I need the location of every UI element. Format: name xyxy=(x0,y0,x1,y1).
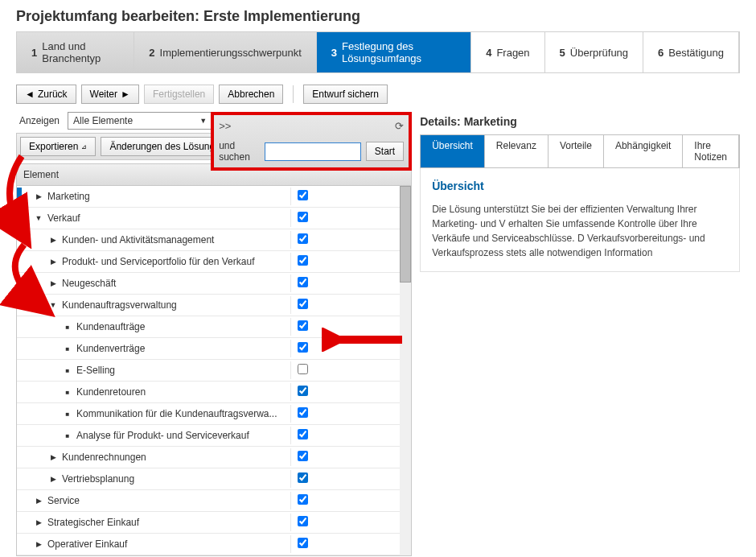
details-heading: Übersicht xyxy=(432,179,728,192)
toolbar: ◄Zurück Weiter► Fertigstellen Abbrechen … xyxy=(0,81,756,112)
tree-row[interactable]: ▶Service xyxy=(17,490,411,512)
tree-row[interactable]: ▶Strategischer Einkauf xyxy=(17,512,411,534)
bullet-icon: ■ xyxy=(62,432,73,439)
export-button[interactable]: Exportieren ⊿ xyxy=(20,137,96,156)
tree-item-label: Marketing xyxy=(44,188,290,204)
tree-item-label: Operativer Einkauf xyxy=(44,536,290,552)
wizard-steps: 1Land und Branchentyp2Implementierungssc… xyxy=(16,31,740,73)
chevron-right-icon: ► xyxy=(121,89,130,100)
scope-checkbox[interactable] xyxy=(298,516,308,526)
expander-icon[interactable]: ▶ xyxy=(47,258,59,266)
filter-select[interactable]: Alle Elemente ▼ xyxy=(68,112,212,130)
scope-checkbox[interactable] xyxy=(298,538,308,548)
expander-icon[interactable]: ▼ xyxy=(47,301,59,309)
tree-row[interactable]: ■Kundenretouren xyxy=(17,382,411,403)
expander-icon[interactable]: ▶ xyxy=(33,192,44,200)
tree-item-label: Kunden- und Aktivitätsmanagement xyxy=(59,232,290,248)
expander-icon[interactable]: ▶ xyxy=(47,279,59,287)
scope-checkbox[interactable] xyxy=(298,190,308,200)
wizard-step-3[interactable]: 3Festlegung des Lösungsumfangs xyxy=(317,32,471,72)
details-text: Die Lösung unterstützt Sie bei der effiz… xyxy=(432,202,728,260)
details-tabs: ÜbersichtRelevanzVorteileAbhängigkeitIhr… xyxy=(420,134,740,168)
dropdown-icon: ▼ xyxy=(199,117,207,125)
bullet-icon: ■ xyxy=(62,367,73,374)
tree-item-label: Kommunikation für die Kundenauftragsverw… xyxy=(73,406,290,422)
scrollbar-thumb[interactable] xyxy=(400,186,411,283)
expander-icon[interactable]: ▼ xyxy=(33,214,44,222)
tree: ▶Marketing▼Verkauf▶Kunden- und Aktivität… xyxy=(16,186,412,556)
tree-item-label: Kundenaufträge xyxy=(73,319,290,335)
tree-row[interactable]: ▶Produkt- und Serviceportfolio für den V… xyxy=(17,251,411,273)
expand-icon[interactable]: >> xyxy=(219,120,231,132)
expander-icon[interactable]: ▶ xyxy=(33,540,44,548)
wizard-step-5[interactable]: 5Überprüfung xyxy=(545,32,644,72)
search-label: und suchen xyxy=(219,140,260,163)
expander-icon[interactable]: ▶ xyxy=(33,497,44,505)
wizard-step-6[interactable]: 6Bestätigung xyxy=(643,32,739,72)
expander-icon[interactable]: ▶ xyxy=(47,475,59,483)
bullet-icon: ■ xyxy=(62,324,73,331)
expander-icon[interactable]: ▶ xyxy=(47,453,59,461)
scope-checkbox[interactable] xyxy=(298,386,308,396)
tree-item-label: Strategischer Einkauf xyxy=(44,514,290,530)
dropdown-icon: ⊿ xyxy=(81,143,87,151)
scope-checkbox[interactable] xyxy=(298,255,308,266)
tree-item-label: Kundenretouren xyxy=(73,384,290,400)
tree-item-label: Verkauf xyxy=(44,210,290,226)
back-button[interactable]: ◄Zurück xyxy=(16,85,76,104)
save-draft-button[interactable]: Entwurf sichern xyxy=(303,85,388,104)
scope-checkbox[interactable] xyxy=(298,429,308,439)
search-input[interactable] xyxy=(265,142,361,161)
details-tab[interactable]: Abhängigkeit xyxy=(604,135,683,167)
details-tab[interactable]: Ihre Notizen xyxy=(683,135,739,167)
wizard-step-1[interactable]: 1Land und Branchentyp xyxy=(17,32,134,72)
scope-checkbox[interactable] xyxy=(298,233,308,244)
tree-item-label: E-Selling xyxy=(73,362,290,378)
scope-checkbox[interactable] xyxy=(298,364,308,374)
tree-row[interactable]: ▼Kundenauftragsverwaltung xyxy=(17,295,411,316)
scope-checkbox[interactable] xyxy=(298,451,308,461)
scope-checkbox[interactable] xyxy=(298,342,308,353)
refresh-icon[interactable]: ⟳ xyxy=(395,120,404,132)
tree-row[interactable]: ▶Neugeschäft xyxy=(17,273,411,295)
tree-row[interactable]: ■Kundenaufträge xyxy=(17,316,411,338)
expander-icon[interactable]: ▶ xyxy=(33,518,44,526)
tree-item-label: Service xyxy=(44,493,290,509)
details-tab[interactable]: Vorteile xyxy=(549,135,604,167)
tree-row[interactable]: ■E-Selling xyxy=(17,360,411,382)
tree-row[interactable]: ■Analyse für Produkt- und Serviceverkauf xyxy=(17,425,411,447)
search-start-button[interactable]: Start xyxy=(366,142,404,161)
scope-checkbox[interactable] xyxy=(298,277,308,287)
bullet-icon: ■ xyxy=(62,389,73,396)
wizard-step-4[interactable]: 4Fragen xyxy=(471,32,544,72)
expander-icon[interactable]: ▶ xyxy=(47,236,59,244)
details-tab[interactable]: Übersicht xyxy=(421,135,485,167)
scrollbar-track[interactable] xyxy=(400,186,411,555)
chevron-left-icon: ◄ xyxy=(25,89,35,100)
search-panel: >> ⟳ und suchen Start xyxy=(211,112,412,171)
details-tab[interactable]: Relevanz xyxy=(485,135,549,167)
wizard-step-2[interactable]: 2Implementierungsschwerpunkt xyxy=(134,32,317,72)
tree-row[interactable]: ▶Marketing xyxy=(17,186,411,208)
page-title: Projektumfang bearbeiten: Erste Implemen… xyxy=(0,0,756,31)
scope-checkbox[interactable] xyxy=(298,494,308,505)
tree-row[interactable]: ■Kundenverträge xyxy=(17,338,411,360)
tree-row[interactable]: ■Kommunikation für die Kundenauftragsver… xyxy=(17,403,411,425)
next-button[interactable]: Weiter► xyxy=(81,85,139,104)
tree-row[interactable]: ▼Verkauf xyxy=(17,208,411,229)
scope-checkbox[interactable] xyxy=(298,472,308,483)
scope-checkbox[interactable] xyxy=(298,299,308,309)
tree-item-label: Analyse für Produkt- und Serviceverkauf xyxy=(73,427,290,444)
scope-checkbox[interactable] xyxy=(298,212,308,222)
scope-checkbox[interactable] xyxy=(298,407,308,418)
tree-row[interactable]: ▶Kundenrechnungen xyxy=(17,447,411,468)
left-panel: Anzeigen Alle Elemente ▼ Exportieren ⊿ Ä… xyxy=(16,112,412,556)
tree-row[interactable]: ▶Vertriebsplanung xyxy=(17,468,411,490)
tree-row[interactable]: ▶Produktentwicklung xyxy=(17,555,411,556)
scope-checkbox[interactable] xyxy=(298,320,308,331)
bullet-icon: ■ xyxy=(62,345,73,353)
tree-row[interactable]: ▶Operativer Einkauf xyxy=(17,534,411,555)
bullet-icon: ■ xyxy=(62,411,73,418)
tree-row[interactable]: ▶Kunden- und Aktivitätsmanagement xyxy=(17,229,411,251)
cancel-button[interactable]: Abbrechen xyxy=(219,85,283,104)
